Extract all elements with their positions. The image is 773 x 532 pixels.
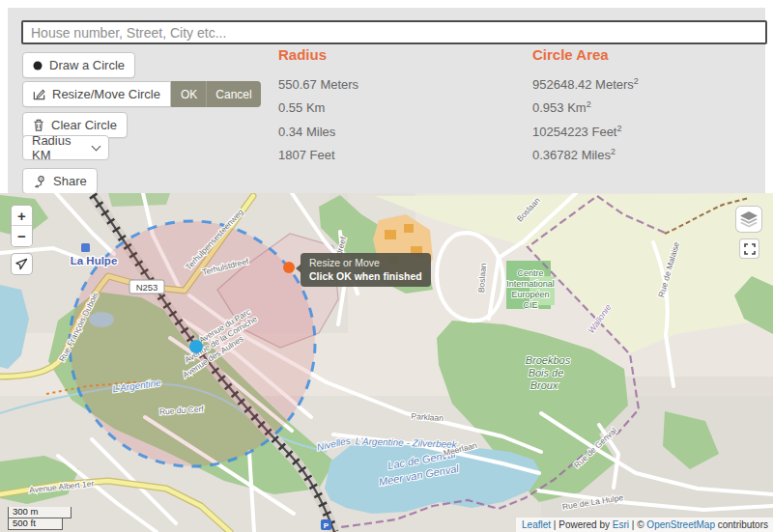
locate-button[interactable] xyxy=(11,253,33,275)
radius-map-app: Draw a Circle Resize/Move Circle OK Canc… xyxy=(0,0,773,532)
openstreetmap-link[interactable]: OpenStreetMap xyxy=(646,519,715,530)
circle-center-marker[interactable] xyxy=(189,340,203,353)
area-feet: 10254223 Feet2 xyxy=(532,119,639,142)
map-tiles: P N253 La Hulpe Terhulpensesteenweg Terh… xyxy=(0,193,773,532)
map-label-la-hulpe: La Hulpe xyxy=(71,255,118,266)
road-shield-n253: N253 xyxy=(129,280,164,294)
radius-miles: 0.34 Miles xyxy=(278,119,358,142)
attribution-sep2: | © xyxy=(629,519,646,530)
area-meters: 952648.42 Meters2 xyxy=(532,71,639,95)
search-input[interactable] xyxy=(21,20,767,44)
zoom-in-button[interactable]: + xyxy=(12,206,32,226)
control-panel: Draw a Circle Resize/Move Circle OK Canc… xyxy=(8,8,765,193)
map-canvas[interactable]: P N253 La Hulpe Terhulpensesteenweg Terh… xyxy=(0,193,773,532)
zoom-control: + − xyxy=(11,205,33,247)
zoom-out-button[interactable]: − xyxy=(12,226,32,246)
radius-title: Radius xyxy=(278,46,358,63)
chevron-down-icon xyxy=(92,142,101,152)
map-label-cie-4: CIE xyxy=(523,300,537,310)
map-label-cie-2: International xyxy=(506,279,555,289)
map-label-cie-1: Centre xyxy=(517,268,543,278)
leaflet-link[interactable]: Leaflet xyxy=(522,519,551,530)
resize-move-group: Resize/Move Circle OK Cancel xyxy=(22,81,261,107)
radius-panel: Radius 550.67 Meters 0.55 Km 0.34 Miles … xyxy=(278,46,358,165)
tooltip-line2: Click OK when finished xyxy=(309,270,422,284)
radius-meters: 550.67 Meters xyxy=(278,71,358,95)
draw-circle-label: Draw a Circle xyxy=(49,58,125,72)
svg-text:P: P xyxy=(324,521,329,530)
share-button[interactable]: Share xyxy=(22,168,98,194)
ok-button[interactable]: OK xyxy=(171,81,206,107)
clear-circle-label: Clear Circle xyxy=(51,118,117,132)
map-label-broekbos-3: Broux xyxy=(530,379,558,391)
map-label-broekbos-1: Broekbos xyxy=(526,354,571,366)
circle-area-panel: Circle Area 952648.42 Meters2 0.953 Km2 … xyxy=(532,46,639,165)
share-label: Share xyxy=(53,174,87,188)
layers-button[interactable] xyxy=(735,206,762,233)
navigation-arrow-icon xyxy=(15,258,28,270)
edit-pencil-icon xyxy=(33,88,45,100)
filled-circle-icon xyxy=(33,61,43,70)
attribution-sep1: | Powered by xyxy=(551,519,613,530)
scale-control: 300 m 500 ft xyxy=(8,507,72,530)
resize-move-circle-button[interactable]: Resize/Move Circle xyxy=(22,81,171,107)
circle-area-title: Circle Area xyxy=(532,46,639,63)
parking-icon: P xyxy=(321,519,331,530)
resize-tooltip: Resize or Move Click OK when finished xyxy=(301,253,431,287)
train-station-icon xyxy=(81,243,90,252)
scale-imperial: 500 ft xyxy=(8,518,63,530)
esri-link[interactable]: Esri xyxy=(613,519,629,530)
fullscreen-button[interactable] xyxy=(739,238,759,259)
area-miles: 0.36782 Miles2 xyxy=(532,142,639,165)
radius-feet: 1807 Feet xyxy=(278,142,358,165)
draw-circle-button[interactable]: Draw a Circle xyxy=(22,52,135,78)
tooltip-line1: Resize or Move xyxy=(309,257,422,270)
layers-icon xyxy=(739,210,759,228)
svg-text:N253: N253 xyxy=(136,282,158,293)
area-km: 0.953 Km2 xyxy=(532,95,639,118)
attribution-contributors: contributors xyxy=(715,519,768,530)
radius-km: 0.55 Km xyxy=(278,95,358,118)
map-label-cie-3: Européen xyxy=(511,290,549,299)
attribution: Leaflet | Powered by Esri | © OpenStreet… xyxy=(516,518,773,532)
circle-resize-handle[interactable] xyxy=(283,262,295,273)
radius-unit-value: Radius KM xyxy=(32,133,93,162)
map-label-broekbos-2: Bois de xyxy=(529,367,564,378)
resize-move-label: Resize/Move Circle xyxy=(52,87,160,101)
trash-icon xyxy=(33,119,44,131)
share-pin-icon xyxy=(33,175,46,188)
radius-unit-select[interactable]: Radius KM xyxy=(22,135,109,160)
cancel-button[interactable]: Cancel xyxy=(206,81,260,107)
fullscreen-icon xyxy=(744,243,756,255)
